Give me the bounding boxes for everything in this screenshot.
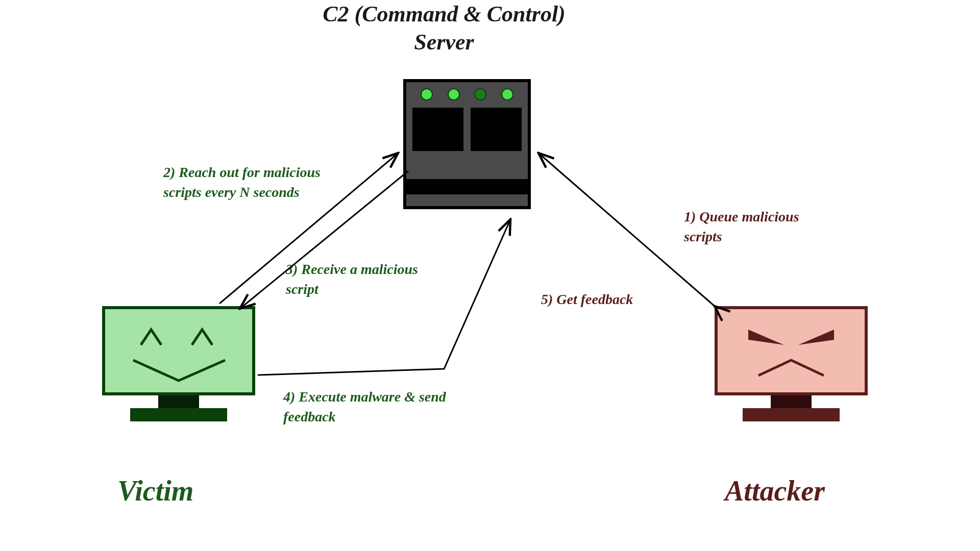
step-3: 3) Receive a malicious script (286, 259, 424, 299)
attacker-label: Attacker (725, 474, 825, 507)
svg-marker-0 (748, 330, 784, 345)
attacker-icon (715, 306, 868, 421)
c2-diagram: C2 (Command & Control) Server (0, 0, 980, 551)
step-5: 5) Get feedback (541, 289, 674, 309)
svg-marker-1 (798, 330, 834, 345)
victim-icon (102, 306, 255, 421)
server-icon (403, 79, 531, 209)
victim-label: Victim (117, 474, 193, 507)
step-2: 2) Reach out for malicious scripts every… (163, 162, 322, 202)
step-4: 4) Execute malware & send feedback (283, 387, 447, 427)
step-1: 1) Queue malicious scripts (684, 207, 837, 246)
server-title: C2 (Command & Control) Server (316, 0, 572, 56)
